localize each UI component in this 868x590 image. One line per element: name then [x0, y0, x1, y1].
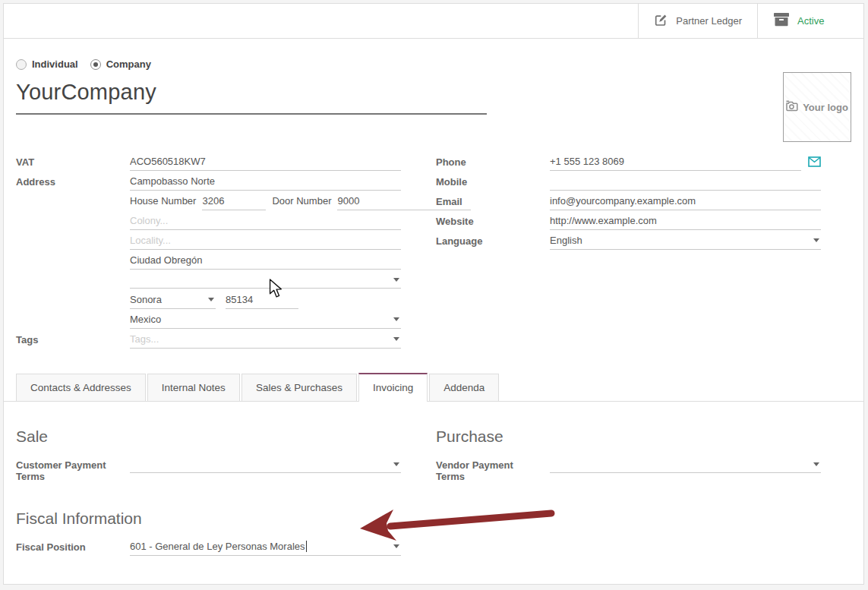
- language-value: English: [550, 235, 813, 246]
- colony-input[interactable]: [130, 213, 401, 230]
- partner-form-window: Partner Ledger Active Individual Company…: [3, 3, 864, 585]
- country-value: Mexico: [130, 314, 393, 325]
- door-number-label: Door Number: [272, 194, 331, 207]
- individual-radio[interactable]: Individual: [16, 58, 78, 70]
- individual-radio-label: Individual: [32, 58, 78, 70]
- fiscal-position-label: Fiscal Position: [16, 539, 130, 553]
- tags-placeholder: Tags...: [130, 333, 393, 345]
- website-label: Website: [436, 213, 550, 227]
- street-input[interactable]: [130, 174, 401, 191]
- state-value: Sonora: [130, 294, 208, 305]
- address-group: VAT Address House Number Door Number: [16, 154, 401, 352]
- sms-envelope-icon[interactable]: [808, 156, 821, 169]
- archive-box-icon: [773, 13, 790, 29]
- company-radio[interactable]: Company: [90, 58, 151, 70]
- tab-contacts-addresses[interactable]: Contacts & Addresses: [16, 374, 146, 401]
- customer-payment-terms-label: Customer Payment Terms: [16, 457, 130, 482]
- purchase-heading: Purchase: [436, 428, 821, 446]
- mobile-label: Mobile: [436, 174, 550, 188]
- house-number-input[interactable]: [202, 194, 266, 210]
- chevron-down-icon: [813, 462, 819, 466]
- contact-group: Phone Mobile Email: [436, 154, 821, 352]
- tab-invoicing[interactable]: Invoicing: [358, 373, 428, 402]
- camera-icon: [786, 100, 799, 114]
- tags-label: Tags: [16, 332, 130, 345]
- chevron-down-icon: [813, 238, 819, 242]
- fiscal-information-heading: Fiscal Information: [16, 510, 851, 528]
- tags-dropdown[interactable]: Tags...: [130, 332, 401, 349]
- language-dropdown[interactable]: English: [550, 233, 821, 250]
- address-label: Address: [16, 174, 130, 188]
- fiscal-information-section: Fiscal Information Fiscal Position 601 -…: [16, 510, 851, 559]
- fiscal-position-field[interactable]: 601 - General de Ley Personas Morales: [130, 539, 401, 556]
- partner-ledger-button[interactable]: Partner Ledger: [638, 4, 757, 38]
- mobile-input[interactable]: [550, 174, 821, 191]
- company-name-value: YourCompany: [16, 80, 156, 104]
- chevron-down-icon: [393, 337, 399, 341]
- tab-internal-notes[interactable]: Internal Notes: [147, 374, 240, 401]
- sale-section: Sale Customer Payment Terms: [16, 428, 401, 482]
- tab-addenda[interactable]: Addenda: [429, 374, 499, 401]
- logo-placeholder-label: Your logo: [803, 102, 848, 113]
- vendor-payment-terms-label: Vendor Payment Terms: [436, 457, 550, 482]
- partner-ledger-label: Partner Ledger: [676, 15, 742, 27]
- website-input[interactable]: [550, 213, 821, 230]
- email-input[interactable]: [550, 194, 821, 210]
- language-label: Language: [436, 233, 550, 247]
- company-logo-upload[interactable]: Your logo: [783, 72, 851, 142]
- edit-journal-icon: [654, 13, 668, 30]
- phone-label: Phone: [436, 154, 550, 168]
- active-toggle-button[interactable]: Active: [757, 4, 863, 38]
- phone-input[interactable]: [550, 154, 801, 171]
- company-name-field[interactable]: YourCompany: [16, 80, 487, 115]
- city-input[interactable]: [130, 253, 401, 270]
- active-label: Active: [797, 15, 824, 27]
- chevron-down-icon: [208, 298, 214, 301]
- vat-input[interactable]: [130, 154, 401, 171]
- form-sheet: Individual Company YourCompany Your logo…: [4, 39, 863, 585]
- customer-payment-terms-dropdown[interactable]: [130, 457, 401, 473]
- notebook-tabs: Contacts & Addresses Internal Notes Sale…: [4, 373, 863, 402]
- purchase-section: Purchase Vendor Payment Terms: [436, 428, 821, 482]
- locality-input[interactable]: [130, 233, 401, 250]
- tab-sales-purchases[interactable]: Sales & Purchases: [241, 374, 357, 401]
- radio-selected-icon: [90, 59, 101, 70]
- text-cursor: [306, 541, 307, 552]
- company-radio-label: Company: [106, 58, 151, 70]
- country-dropdown[interactable]: Mexico: [130, 312, 401, 329]
- sale-heading: Sale: [16, 428, 401, 446]
- zip-input[interactable]: [226, 292, 298, 309]
- vendor-payment-terms-dropdown[interactable]: [550, 457, 821, 473]
- chevron-down-icon: [393, 278, 399, 282]
- chevron-down-icon: [393, 317, 399, 321]
- email-label: Email: [436, 194, 550, 207]
- chevron-down-icon: [393, 544, 399, 548]
- house-number-label: House Number: [130, 194, 196, 207]
- state-dropdown[interactable]: Sonora: [130, 292, 216, 309]
- company-type-selector: Individual Company: [16, 58, 851, 70]
- fiscal-position-value: 601 - General de Ley Personas Morales: [130, 541, 305, 552]
- statusbar: Partner Ledger Active: [4, 4, 863, 39]
- invoicing-tab-pane: Sale Customer Payment Terms Purchase: [16, 402, 851, 559]
- vat-label: VAT: [16, 154, 130, 168]
- top-field-grid: VAT Address House Number Door Number: [16, 154, 851, 352]
- chevron-down-icon: [393, 462, 399, 466]
- municipality-dropdown[interactable]: [130, 273, 401, 289]
- radio-unselected-icon: [16, 59, 27, 70]
